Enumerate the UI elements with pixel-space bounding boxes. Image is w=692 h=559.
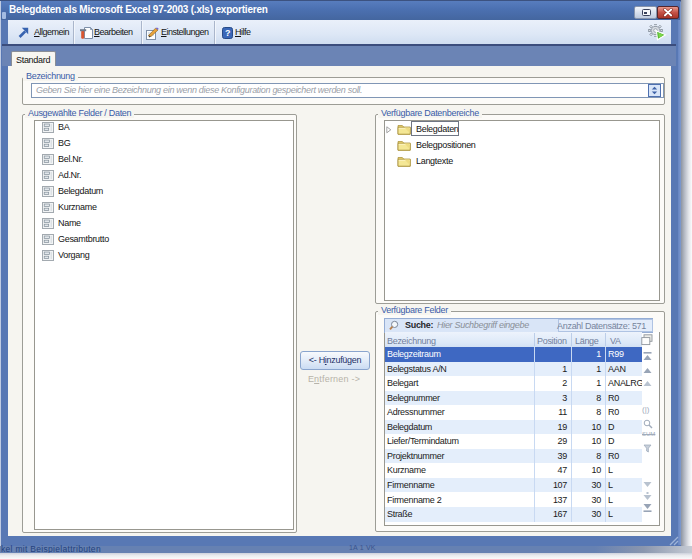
svg-text:?: ?	[225, 28, 230, 38]
